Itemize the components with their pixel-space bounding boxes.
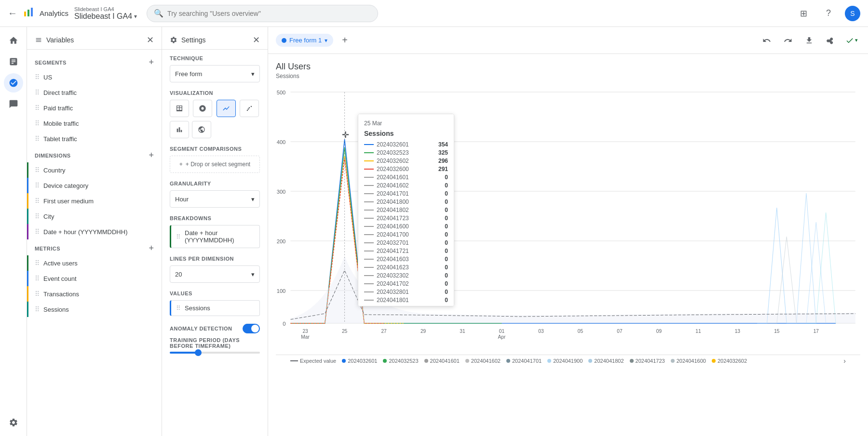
- slider-fill: [170, 352, 197, 354]
- viz-geo-button[interactable]: [192, 121, 211, 138]
- svg-text:01: 01: [499, 329, 505, 334]
- tooltip-row: 2024032601354: [364, 141, 448, 148]
- breakdown-item[interactable]: ⠿ Date + hour (YYYYMMDDHH): [170, 225, 260, 248]
- segments-section-header: SEGMENTS +: [27, 53, 162, 69]
- legend-item-8[interactable]: 2024041723: [630, 358, 665, 364]
- tooltip-row: 20240328010: [364, 289, 448, 295]
- tooltip-row: 20240418020: [364, 207, 448, 213]
- redo-button[interactable]: [779, 32, 797, 49]
- segment-paid-traffic[interactable]: ⠿ Paid traffic: [27, 100, 162, 116]
- apps-button[interactable]: ⊞: [795, 5, 812, 22]
- add-tab-button[interactable]: +: [337, 33, 353, 48]
- value-item[interactable]: ⠿ Sessions: [170, 300, 260, 316]
- search-input[interactable]: [167, 10, 371, 17]
- segment-tablet-traffic[interactable]: ⠿ Tablet traffic: [27, 131, 162, 146]
- tooltip-row: 20240416010: [364, 174, 448, 181]
- share-button[interactable]: [822, 32, 839, 49]
- legend-item-4[interactable]: 2024041602: [465, 358, 501, 364]
- drag-icon: ⠿: [35, 182, 40, 189]
- technique-dropdown[interactable]: Free form ▾: [170, 65, 260, 82]
- check-status-button[interactable]: ▾: [843, 32, 860, 49]
- viz-line-button[interactable]: [217, 100, 236, 117]
- chart-svg-container: 500 400 300 200 100 0 23 Mar 2: [276, 87, 860, 367]
- active-tab[interactable]: Free form 1 ▾: [276, 34, 333, 47]
- chart-area: Free form 1 ▾ + ▾: [268, 27, 868, 436]
- drop-segment-button[interactable]: + + Drop or select segment: [170, 156, 260, 173]
- dimension-country[interactable]: ⠿ Country: [27, 162, 162, 178]
- legend-item-2[interactable]: 2024032523: [383, 358, 418, 364]
- dimension-device-category[interactable]: ⠿ Device category: [27, 178, 162, 193]
- tooltip-row: 2024032602296: [364, 158, 448, 164]
- dimension-city[interactable]: ⠿ City: [27, 209, 162, 224]
- svg-text:03: 03: [538, 329, 544, 334]
- svg-text:29: 29: [420, 329, 426, 334]
- icon-rail: [0, 27, 27, 436]
- rail-reports[interactable]: [4, 52, 23, 71]
- svg-point-3: [246, 110, 248, 111]
- segment-direct-traffic[interactable]: ⠿ Direct traffic: [27, 85, 162, 100]
- chart-subtitle: Sessions: [276, 73, 860, 79]
- segment-us[interactable]: ⠿ US: [27, 69, 162, 85]
- viz-bar-button[interactable]: [170, 121, 189, 138]
- technique-section: TECHNIQUE Free form ▾: [162, 55, 268, 90]
- legend-item-9[interactable]: 2024041600: [671, 358, 706, 364]
- variables-close-button[interactable]: ✕: [147, 35, 154, 45]
- top-nav: ← Analytics Slidebeast I GA4 Slidebeast …: [0, 0, 868, 27]
- legend-item-1[interactable]: 2024032601: [342, 358, 377, 364]
- rail-advertising[interactable]: [4, 94, 23, 114]
- undo-button[interactable]: [758, 32, 775, 49]
- help-button[interactable]: ?: [820, 5, 837, 22]
- variables-title: Variables: [35, 36, 74, 44]
- metric-transactions[interactable]: ⠿ Transactions: [27, 286, 162, 302]
- settings-close-button[interactable]: ✕: [253, 35, 260, 45]
- lines-per-dimension-dropdown[interactable]: 20 ▾: [170, 265, 260, 283]
- metric-event-count[interactable]: ⠿ Event count: [27, 271, 162, 286]
- viz-scatter-button[interactable]: [240, 100, 259, 117]
- tab-dot: [282, 38, 286, 43]
- dimension-date-hour[interactable]: ⠿ Date + hour (YYYYMMDDHH): [27, 224, 162, 239]
- tooltip-row: 20240417230: [364, 215, 448, 222]
- svg-text:27: 27: [381, 329, 387, 334]
- property-selector[interactable]: Slidebeast I GA4 Slidebeast I GA4 ▾: [74, 6, 137, 21]
- search-icon: 🔍: [154, 9, 163, 18]
- legend-item-7[interactable]: 2024041802: [588, 358, 624, 364]
- tooltip-row: 20240417000: [364, 231, 448, 238]
- legend-item-5[interactable]: 2024041701: [506, 358, 542, 364]
- chart-legend: Expected value 2024032601 2024032523 202…: [276, 355, 860, 367]
- avatar[interactable]: S: [845, 6, 860, 21]
- add-metric-button[interactable]: +: [149, 243, 154, 253]
- legend-item-6[interactable]: 2024041900: [547, 358, 583, 364]
- rail-home[interactable]: [4, 31, 23, 50]
- viz-donut-button[interactable]: [193, 100, 212, 117]
- dimension-first-user-medium[interactable]: ⠿ First user medium: [27, 193, 162, 209]
- chart-title: All Users: [276, 62, 860, 72]
- breakdowns-section: BREAKDOWNS ⠿ Date + hour (YYYYMMDDHH): [162, 215, 268, 256]
- training-period-slider[interactable]: [170, 352, 260, 354]
- back-button[interactable]: ←: [8, 8, 17, 19]
- metric-sessions[interactable]: ⠿ Sessions: [27, 302, 162, 317]
- svg-text:09: 09: [656, 329, 662, 334]
- toolbar-actions: ▾: [758, 32, 860, 49]
- tooltip-row: 20240418000: [364, 198, 448, 205]
- app-name: Analytics: [40, 9, 68, 17]
- svg-text:400: 400: [277, 139, 286, 145]
- rail-settings[interactable]: [4, 413, 23, 432]
- values-section: VALUES ⠿ Sessions: [162, 291, 268, 324]
- rail-explore[interactable]: [4, 73, 23, 92]
- legend-item-3[interactable]: 2024041601: [424, 358, 460, 364]
- metric-active-users[interactable]: ⠿ Active users: [27, 255, 162, 271]
- granularity-dropdown[interactable]: Hour ▾: [170, 190, 260, 208]
- legend-scroll-right[interactable]: ›: [843, 357, 846, 365]
- viz-table-button[interactable]: [170, 100, 189, 117]
- search-bar[interactable]: 🔍: [147, 5, 378, 22]
- visualization-section: VISUALIZATION: [162, 90, 268, 146]
- download-button[interactable]: [800, 32, 818, 49]
- slider-thumb[interactable]: [195, 349, 202, 356]
- segment-mobile-traffic[interactable]: ⠿ Mobile traffic: [27, 116, 162, 131]
- drag-icon: ⠿: [35, 104, 40, 112]
- add-dimension-button[interactable]: +: [149, 150, 154, 160]
- legend-item-10[interactable]: 2024032602: [712, 358, 747, 364]
- svg-text:23: 23: [302, 329, 308, 334]
- add-segment-button[interactable]: +: [149, 57, 154, 67]
- anomaly-detection-toggle[interactable]: [243, 324, 260, 333]
